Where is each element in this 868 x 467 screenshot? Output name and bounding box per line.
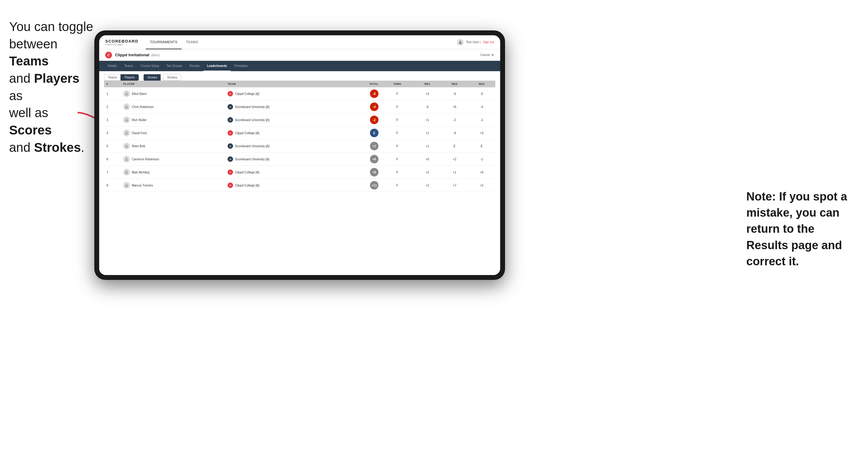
rd1-cell: +5 bbox=[414, 153, 441, 166]
player-cell: Marcus Turners bbox=[121, 179, 225, 192]
tab-details[interactable]: Details bbox=[104, 61, 121, 71]
svg-point-8 bbox=[126, 171, 127, 172]
col-rd3: RD3 bbox=[468, 81, 495, 87]
total-cell: E bbox=[345, 127, 381, 139]
rd1-cell: +3 bbox=[414, 87, 441, 100]
nav-links: TOURNAMENTS TEAMS bbox=[146, 35, 457, 49]
rd2-cell: +2 bbox=[441, 153, 468, 166]
rank-cell: 2 bbox=[104, 100, 121, 114]
team-name: Clippd College [A] bbox=[235, 131, 259, 135]
cancel-button[interactable]: Cancel ✕ bbox=[480, 53, 494, 57]
toggle-teams-button[interactable]: Teams bbox=[104, 74, 121, 81]
team-icon: C bbox=[227, 169, 233, 175]
thru-cell: F bbox=[381, 139, 414, 153]
score-badge: +11 bbox=[370, 181, 378, 190]
player-avatar bbox=[123, 90, 130, 97]
svg-point-1 bbox=[459, 40, 461, 42]
total-cell: -2 bbox=[345, 114, 381, 127]
score-badge: -4 bbox=[370, 102, 378, 111]
team-icon: C bbox=[227, 91, 233, 96]
svg-point-9 bbox=[126, 184, 127, 185]
team-cell: S Scoreboard University [A] bbox=[225, 153, 344, 166]
team-cell: C Clippd College [A] bbox=[225, 166, 344, 179]
player-name: Blair McHarg bbox=[132, 171, 149, 174]
table-row[interactable]: 6 Cameron Robertson S Scoreboard Univers… bbox=[104, 153, 495, 166]
thru-cell: F bbox=[381, 114, 414, 127]
strokes-bold: Strokes bbox=[34, 140, 81, 155]
user-icon bbox=[457, 39, 464, 45]
nav-link-teams[interactable]: TEAMS bbox=[182, 35, 202, 49]
svg-point-6 bbox=[126, 145, 127, 146]
col-player: PLAYER bbox=[121, 81, 225, 87]
toggle-bar: Teams Players Scores Strokes bbox=[99, 71, 500, 81]
rd2-cell: -6 bbox=[441, 87, 468, 100]
player-name: David Ford bbox=[132, 131, 147, 135]
team-cell: C Clippd College [A] bbox=[225, 127, 344, 139]
rank-cell: 5 bbox=[104, 139, 121, 153]
rank-cell: 6 bbox=[104, 153, 121, 166]
logo-sub: Powered by clippd bbox=[105, 43, 138, 45]
table-row[interactable]: 5 Rees Britt S Scoreboard University [A]… bbox=[104, 139, 495, 153]
toggle-scores-button[interactable]: Scores bbox=[144, 74, 161, 81]
team-icon: C bbox=[227, 130, 233, 136]
player-avatar bbox=[123, 143, 130, 149]
team-name: Scoreboard University [A] bbox=[235, 105, 269, 108]
rd2-cell: +1 bbox=[441, 166, 468, 179]
table-wrapper: # PLAYER TEAM TOTAL THRU RD1 RD2 RD3 1 bbox=[99, 81, 500, 275]
col-team: TEAM bbox=[225, 81, 344, 87]
player-name: Cameron Robertson bbox=[132, 158, 159, 161]
logo-area: SCOREBOARD Powered by clippd bbox=[105, 39, 138, 45]
team-icon: S bbox=[227, 156, 233, 162]
rank-cell: 3 bbox=[104, 114, 121, 127]
toggle-players-button[interactable]: Players bbox=[121, 74, 138, 81]
nav-link-tournaments[interactable]: TOURNAMENTS bbox=[146, 35, 182, 49]
tab-results[interactable]: Results bbox=[186, 61, 203, 71]
total-cell: -8 bbox=[345, 87, 381, 100]
rd1-cell: +2 bbox=[414, 166, 441, 179]
content-area: Teams Players Scores Strokes # PLAYER TE… bbox=[99, 71, 500, 275]
player-name: Elliot Ebert bbox=[132, 92, 146, 96]
thru-cell: F bbox=[381, 153, 414, 166]
team-cell: S Scoreboard University [A] bbox=[225, 100, 344, 114]
sub-nav: Details Teams Course Setup Tee Groups Re… bbox=[99, 61, 500, 71]
table-row[interactable]: 8 Marcus Turners C Clippd College [A] +1… bbox=[104, 179, 495, 192]
svg-point-4 bbox=[126, 118, 127, 120]
player-cell: Rich Butler bbox=[121, 114, 225, 127]
tab-printables[interactable]: Printables bbox=[230, 61, 251, 71]
table-row[interactable]: 4 David Ford C Clippd College [A] E F +1… bbox=[104, 127, 495, 139]
tab-course-setup[interactable]: Course Setup bbox=[137, 61, 163, 71]
player-avatar bbox=[123, 103, 130, 110]
player-cell: David Ford bbox=[121, 127, 225, 139]
leaderboard-table: # PLAYER TEAM TOTAL THRU RD1 RD2 RD3 1 bbox=[104, 81, 495, 192]
team-icon: S bbox=[227, 143, 233, 149]
tournament-gender: (Men) bbox=[151, 53, 160, 57]
table-row[interactable]: 2 Chris Robertson S Scoreboard Universit… bbox=[104, 100, 495, 114]
player-cell: Chris Robertson bbox=[121, 100, 225, 114]
tab-leaderboards[interactable]: Leaderboards bbox=[203, 61, 230, 71]
tablet-frame: SCOREBOARD Powered by clippd TOURNAMENTS… bbox=[94, 30, 505, 280]
players-bold: Players bbox=[34, 71, 80, 86]
team-name: Scoreboard University [A] bbox=[235, 145, 269, 148]
player-avatar bbox=[123, 182, 130, 189]
table-row[interactable]: 1 Elliot Ebert C Clippd College [A] -8 F… bbox=[104, 87, 495, 100]
player-cell: Cameron Robertson bbox=[121, 153, 225, 166]
rd3-cell: -1 bbox=[468, 153, 495, 166]
table-row[interactable]: 3 Rich Butler S Scoreboard University [A… bbox=[104, 114, 495, 127]
total-cell: +1 bbox=[345, 139, 381, 153]
thru-cell: F bbox=[381, 100, 414, 114]
rank-cell: 4 bbox=[104, 127, 121, 139]
thru-cell: F bbox=[381, 179, 414, 192]
rd3-cell: +2 bbox=[468, 179, 495, 192]
toggle-strokes-button[interactable]: Strokes bbox=[163, 74, 181, 81]
team-name: Clippd College [A] bbox=[235, 184, 259, 187]
rd3-cell: +6 bbox=[468, 166, 495, 179]
sign-out-link[interactable]: Sign out bbox=[483, 40, 494, 44]
col-rd1: RD1 bbox=[414, 81, 441, 87]
tab-teams[interactable]: Teams bbox=[121, 61, 137, 71]
team-name: Clippd College [A] bbox=[235, 171, 259, 174]
svg-point-2 bbox=[126, 92, 127, 94]
rd2-cell: +5 bbox=[441, 100, 468, 114]
tab-tee-groups[interactable]: Tee Groups bbox=[163, 61, 186, 71]
svg-point-3 bbox=[126, 105, 127, 107]
table-row[interactable]: 7 Blair McHarg C Clippd College [A] +8 F… bbox=[104, 166, 495, 179]
